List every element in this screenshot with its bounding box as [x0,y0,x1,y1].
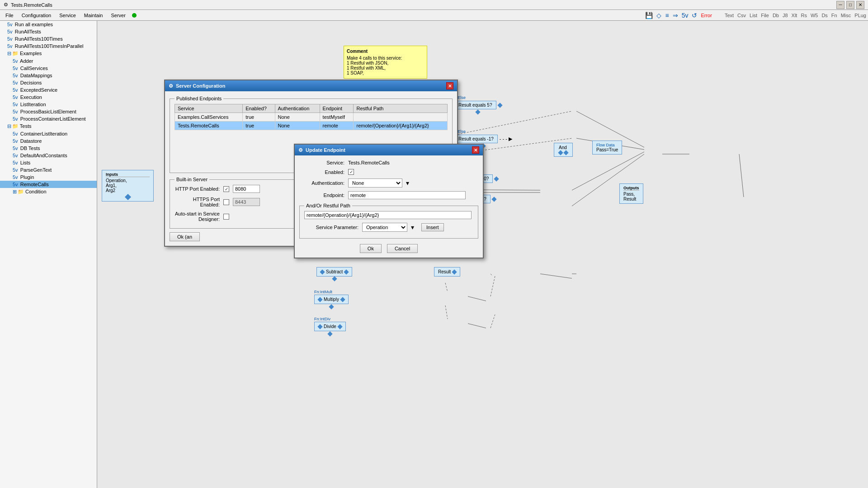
sidebar-item-decisions[interactable]: 5v Decisions [0,79,97,86]
update-endpoint-title-bar: ⚙ Update Endpoint ✕ [295,145,483,155]
enabled-row: Enabled: [299,169,478,175]
http-port-input[interactable] [233,185,260,193]
row2-enabled: true [243,122,275,130]
toolbar-list[interactable]: List [750,13,757,18]
update-endpoint-close-button[interactable]: ✕ [472,146,479,154]
service-param-select[interactable]: Operation Arg1 Arg2 [362,223,407,232]
builtin-server-legend: Built-in Server [175,177,209,182]
main-layout: 5v Run all examples 5v RunAllTests 5v Ru… [0,21,868,488]
row2-endpoint: remote [320,122,354,130]
sidebar-item-runalltests100times[interactable]: 5v RunAllTests100Times [0,35,97,42]
col-endpoint: Endpoint [320,104,354,113]
toolbar-rs[interactable]: Rs [801,13,807,18]
insert-button[interactable]: Insert [421,223,444,231]
canvas-area[interactable]: Comment Make 4 calls to this service: 1 … [97,21,868,488]
toolbar-j8[interactable]: J8 [783,13,788,18]
toolbar-misc[interactable]: Misc [841,13,851,18]
sidebar-item-run-all-examples[interactable]: 5v Run all examples [0,21,97,28]
service-label: Service: [299,160,344,165]
row1-auth: None [275,113,320,122]
endpoint-label: Endpoint: [299,192,344,198]
update-endpoint-cancel-button[interactable]: Cancel [387,244,418,253]
toolbar-file[interactable]: File [761,13,769,18]
sidebar-item-datastore[interactable]: 5v Datastore [0,137,97,145]
title-bar-text: Tests.RemoteCalls [11,2,52,8]
menu-configuration[interactable]: Configuration [18,12,55,19]
auth-row: Authentication: None Basic OAuth ▾ [299,178,478,188]
https-port-checkbox[interactable] [223,199,229,205]
menu-maintain[interactable]: Maintain [80,12,107,19]
sidebar-item-remotecalls[interactable]: 5v RemoteCalls [0,181,97,188]
maximize-button[interactable]: □ [846,1,854,9]
toolbar-text[interactable]: Text [725,13,734,18]
endpoints-table: Service Enabled? Authentication Endpoint… [175,104,448,130]
toolbar-list-icon[interactable]: ≡ [665,12,669,19]
sidebar-item-callservices[interactable]: 5v CallServices [0,65,97,72]
sidebar-item-runalltests[interactable]: 5v RunAllTests [0,28,97,35]
sidebar-item-tests-folder[interactable]: ⊟📁 Tests [0,122,97,130]
sidebar-item-examples-folder[interactable]: ⊟📁 Examples [0,50,97,57]
close-button[interactable]: ✕ [856,1,864,9]
https-port-label: HTTPS Port Enabled: [175,197,220,207]
toolbar-xlt[interactable]: Xlt [792,13,797,18]
sidebar-item-condition-folder[interactable]: ⊞📁 Condition [0,188,97,196]
server-config-ok-button[interactable]: Ok (an [170,232,200,241]
menu-service[interactable]: Service [56,12,80,19]
auth-dropdown-icon[interactable]: ▾ [406,179,409,187]
sidebar-item-dbtests[interactable]: 5v DB Tests [0,145,97,152]
published-endpoints-legend: Published Endpoints [175,96,223,101]
toolbar-diamond-icon[interactable]: ◇ [656,12,661,19]
server-status [132,13,137,18]
sidebar-item-execution[interactable]: 5v Execution [0,94,97,101]
update-endpoint-ok-button[interactable]: Ok [360,244,382,253]
auth-label: Authentication: [299,180,344,186]
sidebar-item-containerlistiteration[interactable]: 5v ContainerListIteration [0,130,97,137]
row2-service: Tests.RemoteCalls [175,122,243,130]
row2-auth: None [275,122,320,130]
sidebar-item-processcontainerlistelement[interactable]: 5v ProcessContainerListElement [0,115,97,122]
sidebar-item-datamappings[interactable]: 5v DataMappings [0,72,97,79]
auth-select[interactable]: None Basic OAuth [348,178,402,188]
dialog-overlay: ⚙ Server Configuration ✕ Published Endpo… [97,21,868,488]
toolbar-5v-icon[interactable]: 5v [682,12,689,19]
sidebar: 5v Run all examples 5v RunAllTests 5v Ru… [0,21,97,488]
endpoint-input[interactable] [348,191,466,199]
http-port-checkbox[interactable] [223,186,229,192]
toolbar-ds[interactable]: Ds [821,13,827,18]
server-config-close-button[interactable]: ✕ [446,82,453,89]
row1-restful [354,113,448,122]
menu-server[interactable]: Server [107,12,129,19]
toolbar-plug[interactable]: PLug [854,13,866,18]
toolbar-arrow-icon[interactable]: ⇒ [673,12,678,19]
error-label: Error [701,13,712,18]
sidebar-item-lists[interactable]: 5v Lists [0,159,97,166]
update-endpoint-content: Service: Tests.RemoteCalls Enabled: Auth… [295,155,483,258]
autostart-label: Auto-start in Service Designer: [175,211,220,222]
service-param-label: Service Parameter: [304,225,359,230]
minimize-button[interactable]: ─ [836,1,844,9]
autostart-checkbox[interactable] [223,214,229,220]
table-row[interactable]: Examples.CallServices true None testMyse… [175,113,448,122]
service-param-dropdown-icon[interactable]: ▾ [411,224,414,231]
toolbar-fn[interactable]: Fn [831,13,837,18]
sidebar-item-runalltests100timesinparallel[interactable]: 5v RunAllTests100TimesInParallel [0,42,97,50]
sidebar-item-adder[interactable]: 5v Adder [0,57,97,65]
menu-file[interactable]: File [2,12,17,19]
sidebar-item-plugin[interactable]: 5v Plugin [0,174,97,181]
table-row[interactable]: Tests.RemoteCalls true None remote remot… [175,122,448,130]
status-dot [132,13,137,18]
sidebar-item-exceptedservice[interactable]: 5v ExceptedService [0,86,97,94]
toolbar-db[interactable]: Db [773,13,779,18]
sidebar-item-defaultandconstants[interactable]: 5v DefaultAndConstants [0,152,97,159]
enabled-checkbox[interactable] [348,169,354,175]
dialog-buttons: Ok Cancel [299,244,478,253]
toolbar-csv[interactable]: Csv [737,13,746,18]
toolbar-refresh-icon[interactable]: ↺ [692,12,697,19]
sidebar-item-listiteration[interactable]: 5v ListIteration [0,101,97,108]
sidebar-item-parsegentext[interactable]: 5v ParseGenText [0,166,97,174]
toolbar-save-icon[interactable]: 💾 [645,12,653,19]
row1-enabled: true [243,113,275,122]
restful-path-input[interactable] [304,211,472,219]
sidebar-item-processbasiclistelement[interactable]: 5v ProcessBasicListElement [0,108,97,115]
toolbar-w5[interactable]: W5 [811,13,818,18]
